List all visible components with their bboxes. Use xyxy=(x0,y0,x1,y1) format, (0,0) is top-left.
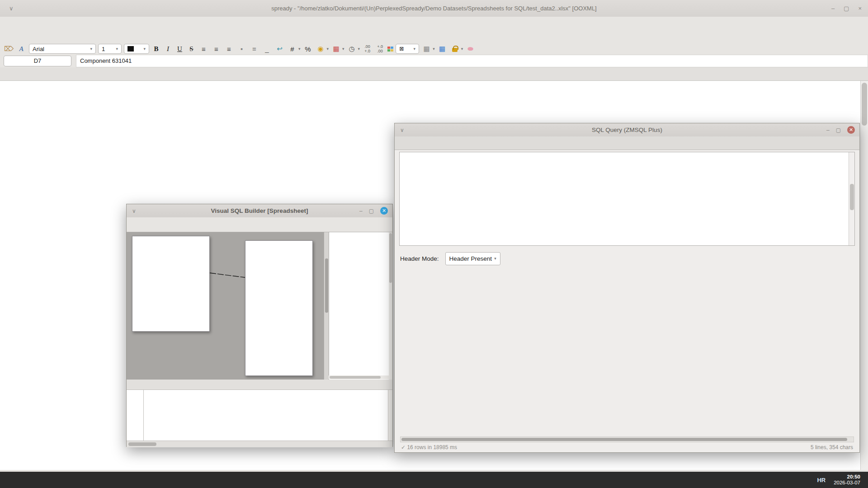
sql-window-title: SQL Query (ZMSQL Plus) xyxy=(395,127,859,133)
menubar xyxy=(0,17,868,28)
clock[interactable]: 20:50 2026-03-07 xyxy=(834,474,860,486)
header-mode-label: Header Mode: xyxy=(400,255,439,262)
canvas-vertical-scrollbar[interactable] xyxy=(324,232,329,380)
underline-button[interactable]: U xyxy=(175,44,184,54)
decrease-decimal-icon[interactable]: .00+.0 xyxy=(362,44,373,54)
italic-button[interactable]: I xyxy=(163,44,173,54)
window-title: spready - "/home/zlatko/Dokumenti/(Un)Pe… xyxy=(0,5,868,12)
borders-icon[interactable]: ▦ xyxy=(421,44,432,54)
query-vertical-scrollbar[interactable] xyxy=(849,152,854,245)
align-right-icon[interactable]: ≡ xyxy=(224,44,234,54)
align-left-icon[interactable]: ≡ xyxy=(198,44,209,54)
sheet-vertical-scrollbar[interactable] xyxy=(860,81,868,470)
builder-close-button[interactable]: ✕ xyxy=(380,207,388,215)
system-tray: HR 20:50 2026-03-07 xyxy=(815,474,868,486)
keyboard-layout-indicator[interactable]: HR xyxy=(817,477,826,483)
taskbar-window-buttons xyxy=(7,472,815,488)
bold-button[interactable]: B xyxy=(151,44,161,54)
cell-color-palette-icon[interactable] xyxy=(387,47,393,52)
sql-query-editor[interactable] xyxy=(399,152,855,246)
time-format-icon[interactable]: ◷ xyxy=(347,44,357,54)
scrollbar-thumb[interactable] xyxy=(850,184,854,210)
builder-toolbar xyxy=(127,217,392,232)
sql-minimize-button[interactable]: – xyxy=(826,127,830,133)
products-table-panel[interactable] xyxy=(132,236,210,332)
scrollbar-thumb[interactable] xyxy=(389,233,392,283)
font-size-select[interactable]: 1▾ xyxy=(98,44,122,54)
sql-status-bar: ✓ 16 rows in 18985 ms 5 lines, 354 chars xyxy=(395,442,859,450)
cell-reference-box[interactable]: D7 xyxy=(4,56,71,66)
minimize-button[interactable]: – xyxy=(831,5,835,12)
date-format-icon[interactable]: ▦ xyxy=(331,44,341,54)
increase-decimal-icon[interactable]: +.0.00 xyxy=(375,44,385,54)
builder-titlebar: ∨ Visual SQL Builder [Spreadsheet] – ▢ ✕ xyxy=(127,204,392,217)
maximize-button[interactable]: ▢ xyxy=(844,5,849,12)
scrollbar-thumb[interactable] xyxy=(401,438,847,441)
visual-sql-builder-window: ∨ Visual SQL Builder [Spreadsheet] – ▢ ✕ xyxy=(126,204,393,447)
formula-input[interactable]: Component 631041 xyxy=(76,55,868,67)
stocks-table-panel[interactable] xyxy=(245,240,313,376)
color-swatch xyxy=(127,46,134,52)
strikethrough-button[interactable]: S xyxy=(187,44,196,54)
taskbar: HR 20:50 2026-03-07 xyxy=(0,472,868,488)
sheet-tab-bar xyxy=(0,67,868,81)
align-middle-icon[interactable]: = xyxy=(249,44,259,54)
main-toolbar xyxy=(0,28,868,43)
wrap-text-icon[interactable]: ↩ xyxy=(274,44,285,54)
builder-sql-code[interactable] xyxy=(144,390,392,441)
align-bottom-icon[interactable]: _ xyxy=(262,44,272,54)
percent-format-icon[interactable]: % xyxy=(303,44,313,54)
header-mode-select[interactable]: Header Present▾ xyxy=(445,252,500,265)
results-horizontal-scrollbar[interactable] xyxy=(400,436,854,442)
sql-query-window: ∨ SQL Query (ZMSQL Plus) – ▢ ✕ Header Mo… xyxy=(394,123,860,453)
formula-bar: D7 Component 631041 xyxy=(0,55,868,67)
sql-close-button[interactable]: ✕ xyxy=(847,126,855,134)
currency-format-icon[interactable]: ◉ xyxy=(316,44,326,54)
sql-window-tab-bar xyxy=(395,136,859,150)
tree-horizontal-scrollbar[interactable] xyxy=(329,375,389,379)
builder-horizontal-scrollbar[interactable] xyxy=(127,441,392,447)
main-titlebar: ∨ spready - "/home/zlatko/Dokumenti/(Un)… xyxy=(0,0,868,17)
sql-controls-row: Header Mode: Header Present▾ xyxy=(395,246,859,271)
builder-sql-editor[interactable] xyxy=(127,390,392,441)
editor-vertical-scrollbar[interactable] xyxy=(388,390,392,441)
font-select[interactable]: Arial▾ xyxy=(29,44,96,54)
line-number-gutter xyxy=(127,390,144,441)
scrollbar-thumb[interactable] xyxy=(325,258,328,313)
close-button[interactable]: × xyxy=(858,5,862,12)
number-format-icon[interactable]: # xyxy=(287,44,297,54)
align-top-icon[interactable]: ⹀ xyxy=(236,44,247,54)
scrollbar-thumb[interactable] xyxy=(862,83,867,126)
font-style-icon[interactable]: A xyxy=(16,44,27,54)
builder-maximize-button[interactable]: ▢ xyxy=(369,208,374,214)
sql-maximize-button[interactable]: ▢ xyxy=(836,127,841,133)
builder-minimize-button[interactable]: – xyxy=(359,208,363,214)
builder-canvas xyxy=(127,232,324,380)
validation-select[interactable]: ⊠▾ xyxy=(396,44,419,54)
clean-icon[interactable]: ⌦ xyxy=(4,44,14,54)
char-count-status: 5 lines, 354 chars xyxy=(811,444,853,450)
font-color-select[interactable]: ▾ xyxy=(124,44,149,54)
row-count-status: ✓ 16 rows in 18985 ms xyxy=(401,444,457,450)
builder-title: Visual SQL Builder [Spreadsheet] xyxy=(127,207,392,214)
format-toolbar: ⌦ A Arial▾ 1▾ ▾ B I U S ≡ ≡ ≡ ⹀ = _ ↩ #▾… xyxy=(0,43,868,55)
builder-tab-bar xyxy=(127,379,392,390)
scrollbar-thumb[interactable] xyxy=(330,376,381,379)
align-center-icon[interactable]: ≡ xyxy=(211,44,222,54)
table-properties-icon[interactable]: ▦ xyxy=(437,44,448,54)
sql-window-titlebar: ∨ SQL Query (ZMSQL Plus) – ▢ ✕ xyxy=(395,123,859,136)
eraser-icon[interactable]: ⬬ xyxy=(465,44,476,54)
desktop: ∨ spready - "/home/zlatko/Dokumenti/(Un)… xyxy=(0,0,868,488)
results-grid xyxy=(400,271,859,434)
scrollbar-thumb[interactable] xyxy=(128,442,156,446)
builder-designer-area xyxy=(127,232,392,379)
tree-vertical-scrollbar[interactable] xyxy=(389,232,392,380)
protect-cells-icon[interactable] xyxy=(450,44,460,54)
builder-table-tree xyxy=(329,232,392,380)
